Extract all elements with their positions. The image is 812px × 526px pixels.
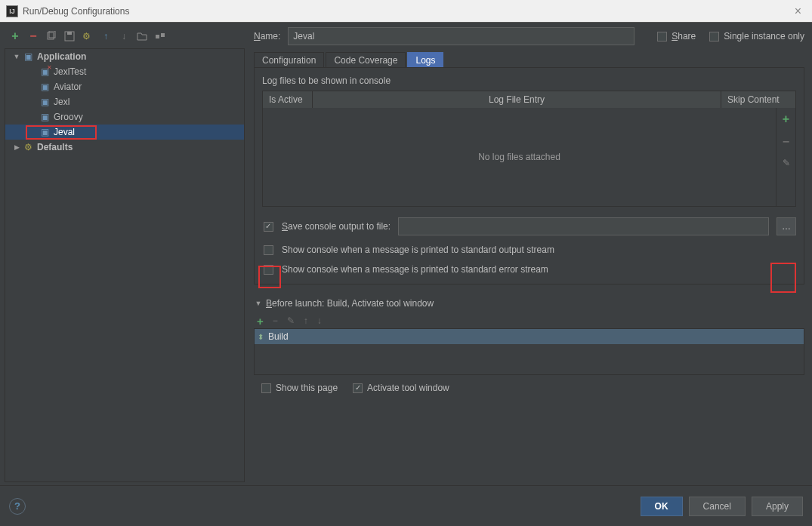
show-this-page-label: Show this page	[276, 383, 338, 393]
show-stdout-checkbox[interactable]	[264, 245, 273, 255]
remove-task-icon[interactable]: −	[273, 315, 278, 326]
left-panel: + − ⚙ ↑ ↓ ▼ ▣ Application ▣✕ JexlTest ▣ …	[0, 23, 248, 485]
logs-panel: Log files to be shown in console Is Acti…	[254, 67, 804, 285]
move-task-up-icon[interactable]: ↑	[304, 315, 308, 326]
tree-item-groovy[interactable]: ▣ Groovy	[5, 109, 244, 125]
run-config-icon: ▣	[39, 127, 51, 137]
before-launch-list: ⬍ Build	[254, 328, 804, 375]
right-panel: Name: Share Single instance only Configu…	[248, 23, 812, 485]
ok-button[interactable]: OK	[641, 497, 683, 516]
tab-configuration[interactable]: Configuration	[254, 52, 324, 68]
tree-label: Application	[37, 51, 86, 62]
config-toolbar: + − ⚙ ↑ ↓	[5, 27, 245, 45]
single-instance-checkbox[interactable]: Single instance only	[709, 31, 804, 42]
name-label: Name:	[254, 31, 280, 42]
expand-icon[interactable]: ▼	[11, 53, 22, 60]
add-task-icon[interactable]: +	[257, 315, 264, 328]
single-instance-label: Single instance only	[724, 31, 804, 42]
svg-text:⚙: ⚙	[82, 31, 91, 42]
before-launch-section: ▼ Before launch: Build, Activate tool wi…	[254, 298, 804, 393]
before-launch-item-build[interactable]: ⬍ Build	[255, 329, 804, 344]
svg-rect-1	[49, 31, 55, 38]
tab-logs[interactable]: Logs	[407, 52, 443, 68]
window-title: Run/Debug Configurations	[23, 6, 790, 17]
move-up-icon[interactable]: ↑	[100, 30, 112, 42]
remove-config-icon[interactable]: −	[27, 30, 39, 42]
tree-label: Jeval	[54, 127, 75, 137]
collapse-icon[interactable]: ▼	[254, 300, 263, 307]
tree-node-application[interactable]: ▼ ▣ Application	[5, 49, 244, 64]
add-log-icon[interactable]: +	[783, 112, 789, 126]
browse-button[interactable]: …	[776, 217, 796, 235]
copy-config-icon[interactable]	[45, 30, 57, 42]
svg-rect-3	[67, 32, 72, 35]
save-output-label: Save console output to file:	[282, 221, 391, 232]
config-tree: ▼ ▣ Application ▣✕ JexlTest ▣ Aviator ▣ …	[5, 48, 245, 482]
run-config-icon: ▣	[39, 97, 51, 107]
show-stderr-checkbox[interactable]	[264, 265, 273, 275]
edit-log-icon[interactable]: ✎	[783, 158, 790, 168]
remove-log-icon[interactable]: −	[783, 135, 789, 149]
svg-rect-0	[48, 32, 54, 39]
help-icon[interactable]: ?	[9, 498, 26, 515]
save-output-path-input[interactable]	[398, 217, 769, 235]
gear-icon: ⚙	[22, 142, 34, 152]
save-output-checkbox[interactable]	[264, 222, 273, 232]
name-input[interactable]	[288, 27, 634, 45]
move-task-down-icon[interactable]: ↓	[317, 315, 322, 326]
before-launch-header[interactable]: ▼ Before launch: Build, Activate tool wi…	[254, 298, 804, 309]
move-down-icon[interactable]: ↓	[118, 30, 130, 42]
edit-task-icon[interactable]: ✎	[287, 315, 295, 326]
before-launch-toolbar: + − ✎ ↑ ↓	[254, 313, 804, 328]
checkbox-icon	[657, 32, 667, 42]
settings-icon[interactable]: ⚙	[82, 30, 94, 42]
folder-icon[interactable]	[136, 30, 148, 42]
svg-rect-6	[161, 33, 165, 37]
tree-item-jexltest[interactable]: ▣✕ JexlTest	[5, 64, 244, 79]
show-stderr-label: Show console when a message is printed t…	[282, 264, 548, 275]
tree-item-jeval[interactable]: ▣ Jeval	[5, 125, 244, 140]
tree-label: Aviator	[54, 82, 82, 92]
tree-item-aviator[interactable]: ▣ Aviator	[5, 79, 244, 94]
tree-label: JexlTest	[54, 66, 86, 77]
run-config-icon: ▣	[39, 112, 51, 122]
log-table-header: Is Active Log File Entry Skip Content	[263, 91, 795, 108]
tabs: Configuration Code Coverage Logs	[254, 51, 804, 67]
log-table: Is Active Log File Entry Skip Content No…	[262, 91, 796, 207]
tab-code-coverage[interactable]: Code Coverage	[326, 52, 406, 68]
application-icon: ▣	[22, 51, 34, 62]
checkbox-icon	[709, 32, 719, 42]
apply-button[interactable]: Apply	[752, 497, 803, 516]
titlebar: IJ Run/Debug Configurations ×	[0, 0, 812, 23]
col-skip-content[interactable]: Skip Content	[721, 91, 795, 108]
tree-label: Jexl	[54, 97, 69, 107]
app-icon: IJ	[6, 5, 18, 17]
col-is-active[interactable]: Is Active	[263, 91, 313, 108]
checkbox-icon	[261, 383, 271, 393]
share-checkbox[interactable]: Share	[657, 31, 696, 42]
activate-tool-label: Activate tool window	[367, 383, 449, 393]
tree-node-defaults[interactable]: ▶ ⚙ Defaults	[5, 140, 244, 155]
tree-label: Groovy	[54, 112, 83, 122]
log-table-empty: No log files attached	[263, 108, 776, 206]
checkbox-icon	[353, 383, 363, 393]
show-this-page-checkbox[interactable]: Show this page	[261, 383, 338, 393]
add-config-icon[interactable]: +	[9, 30, 21, 42]
col-log-file-entry[interactable]: Log File Entry	[313, 91, 721, 108]
tree-item-jexl[interactable]: ▣ Jexl	[5, 94, 244, 109]
close-icon[interactable]: ×	[790, 5, 806, 18]
svg-rect-5	[156, 35, 159, 38]
run-config-icon: ▣	[39, 82, 51, 92]
expand-icon[interactable]: ▶	[11, 143, 22, 151]
cancel-button[interactable]: Cancel	[689, 497, 746, 516]
logs-panel-title: Log files to be shown in console	[262, 75, 796, 86]
footer: ? OK Cancel Apply	[0, 485, 812, 526]
collapse-icon[interactable]	[154, 30, 166, 42]
show-stdout-label: Show console when a message is printed t…	[282, 245, 554, 255]
log-table-sidebar: + − ✎	[776, 108, 795, 206]
activate-tool-checkbox[interactable]: Activate tool window	[353, 383, 449, 393]
tree-label: Defaults	[37, 142, 73, 152]
save-config-icon[interactable]	[63, 30, 76, 42]
build-label: Build	[268, 331, 289, 342]
build-icon: ⬍	[258, 333, 264, 341]
